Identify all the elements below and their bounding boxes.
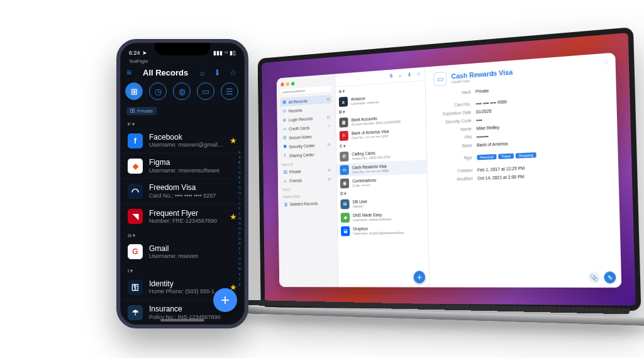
alpha-index-letter[interactable]: E <box>238 176 240 179</box>
record-detail: ☆ ▭ Cash Rewards Visa Credit Card VaultP… <box>425 52 621 288</box>
field-label: Card No. <box>434 102 471 109</box>
field-value[interactable]: Mike Reilley <box>476 125 499 131</box>
minimize-dot[interactable] <box>286 82 289 86</box>
alpha-index-letter[interactable]: M <box>238 216 241 220</box>
add-record-button[interactable]: + <box>213 288 237 312</box>
tags-row: Personal Travel Shopping <box>477 152 536 160</box>
alpha-index-letter[interactable]: C <box>238 165 241 169</box>
menu-icon[interactable]: ≡ <box>126 67 136 77</box>
field-value[interactable]: •••• <box>476 118 482 123</box>
clock-icon: ◷ <box>282 109 287 114</box>
alpha-index-letter[interactable]: O <box>238 227 241 230</box>
card-icon: ▭ <box>282 126 287 131</box>
trash-icon: 🗑 <box>284 202 288 207</box>
phone-notch <box>155 43 210 55</box>
row-title: Freedom Visa <box>149 183 237 192</box>
row-gmail[interactable]: G GmailUsername: mseven <box>120 240 245 264</box>
sort-icon[interactable]: ⇅ <box>388 73 394 79</box>
star-outline-icon[interactable]: ☆ <box>228 68 238 77</box>
alpha-index-letter[interactable]: Y <box>238 277 240 281</box>
add-record-button[interactable]: + <box>413 271 425 283</box>
attach-button[interactable]: 📎 <box>588 271 600 283</box>
alpha-index-letter[interactable]: B <box>238 160 240 164</box>
field-label: Vault <box>434 89 471 96</box>
row-freedom-visa[interactable]: ◠ Freedom VisaCard No.: •••• •••• •••• 5… <box>120 178 245 203</box>
alpha-index-letter[interactable]: S <box>238 247 240 250</box>
alpha-index-letter[interactable]: R <box>238 242 241 245</box>
close-dot[interactable] <box>280 82 284 86</box>
alpha-index-letter[interactable]: # <box>239 150 241 154</box>
dns-icon: ◆ <box>341 213 350 223</box>
filter-notes-icon[interactable]: ☰ <box>221 82 238 100</box>
alpha-index-letter[interactable]: V <box>238 262 240 266</box>
row-frequent-flyer[interactable]: ◥ Frequent FlyerNumber: FRE-1234567890 ★ <box>120 204 245 229</box>
alpha-index-letter[interactable]: X <box>238 272 240 276</box>
sidebar-item-count: 15 <box>327 143 330 147</box>
alpha-index-letter[interactable]: I <box>239 196 240 200</box>
edit-button[interactable]: ✎ <box>604 271 616 283</box>
alpha-index-letter[interactable]: H <box>238 191 241 195</box>
wifi-icon: ⌔ <box>225 50 228 56</box>
alpha-index-letter[interactable]: J <box>239 201 241 205</box>
sidebar-item-label: Private <box>289 169 301 174</box>
tag-chip[interactable]: Travel <box>498 154 514 159</box>
row-facebook[interactable]: f FacebookUsername: mseven@gmail.com ★ <box>120 128 245 153</box>
star-outline-icon[interactable]: ☆ <box>416 70 421 77</box>
facebook-icon: f <box>128 133 143 148</box>
field-label: PIN <box>435 135 472 141</box>
status-time: 6:24 <box>129 50 140 56</box>
list-row-dns[interactable]: ◆ DNS Made EasyUsername: msevensoftware <box>337 209 428 225</box>
dial-icon: ◉ <box>340 179 349 189</box>
alpha-index-letter[interactable]: F <box>238 181 240 184</box>
sidebar-item-deleted[interactable]: 🗑 Deleted Records <box>281 198 333 208</box>
list-row-dropbox[interactable]: ⬓ DropboxUsername: dropbox@msevensoftwa… <box>338 223 428 238</box>
favorite-toggle[interactable]: ☆ <box>603 59 609 66</box>
favorite-star-icon[interactable]: ★ <box>230 136 237 145</box>
row-sub: Username: mseven@gmail.com <box>149 142 223 148</box>
amazon-icon: a <box>339 97 348 107</box>
alpha-index-letter[interactable]: N <box>238 221 241 225</box>
home-indicator[interactable] <box>160 319 204 322</box>
filter-all-icon[interactable]: ⊞ <box>125 82 143 100</box>
credit-card-icon: ▭ <box>433 72 447 86</box>
alpha-index[interactable]: #ABCDEFGHIJKLMNOPQRSTUVWXYZ <box>236 150 243 287</box>
vault-chip[interactable]: ⚿ Private <box>126 107 157 115</box>
people-icon: ☺ <box>283 178 287 183</box>
field-label: Security Code <box>435 118 472 125</box>
download-icon[interactable]: ⬇ <box>213 68 222 77</box>
search-icon[interactable]: ⌕ <box>397 72 402 79</box>
row-sub: Code: •••••••• <box>352 183 376 188</box>
alpha-index-letter[interactable]: Q <box>238 237 241 240</box>
field-value[interactable]: •••••••• <box>477 134 489 139</box>
zoom-dot[interactable] <box>291 82 294 86</box>
filter-web-icon[interactable]: ◍ <box>173 82 191 100</box>
alpha-index-letter[interactable]: A <box>238 155 240 159</box>
tag-chip[interactable]: Shopping <box>516 152 536 159</box>
search-icon[interactable]: ⌕ <box>199 68 206 77</box>
row-sub: Number: FRE-1234567890 <box>149 218 223 225</box>
alpha-index-letter[interactable]: D <box>238 171 241 174</box>
field-label: Name <box>435 126 472 133</box>
alpha-index-letter[interactable]: L <box>239 211 241 215</box>
filter-cards-icon[interactable]: ▭ <box>197 82 214 100</box>
alpha-index-letter[interactable]: K <box>238 206 240 210</box>
lock-icon: ⚿ <box>283 169 287 174</box>
alpha-index-letter[interactable]: W <box>238 267 242 271</box>
field-value[interactable]: •••• •••• •••• 4586 <box>476 99 507 106</box>
alpha-index-letter[interactable]: G <box>238 186 241 189</box>
sidebar-item-label: Deleted Records <box>290 201 318 206</box>
alpha-index-letter[interactable]: U <box>238 257 241 260</box>
field-value: Private <box>475 88 489 93</box>
sidebar-item-count: 21 <box>328 168 331 172</box>
row-figma[interactable]: ◆ FigmaUsername: msevensoftware <box>120 153 245 178</box>
alpha-index-letter[interactable]: Z <box>238 282 240 286</box>
tag-chip[interactable]: Personal <box>477 154 496 160</box>
sidebar-item-label: Credit Cards <box>289 125 309 131</box>
field-value[interactable]: 01/2020 <box>476 109 492 115</box>
field-value[interactable]: Bank of America <box>477 142 508 148</box>
globe-icon: ◍ <box>282 118 287 123</box>
alpha-index-letter[interactable]: T <box>238 252 240 255</box>
download-icon[interactable]: ⬇ <box>406 72 412 79</box>
filter-recents-icon[interactable]: ◷ <box>149 82 167 100</box>
alpha-index-letter[interactable]: P <box>238 232 240 235</box>
